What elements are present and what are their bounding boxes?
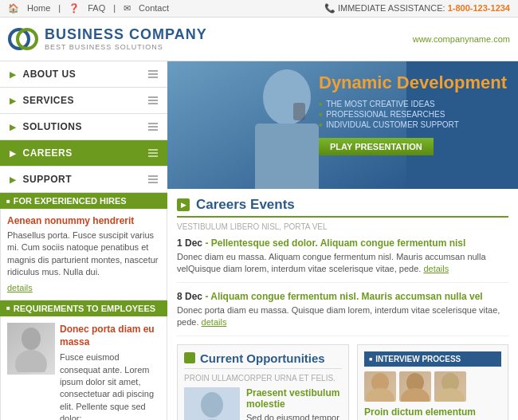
person-image [7,323,55,375]
phone-number: 1-800-123-1234 [448,3,510,13]
interview-face-3 [434,371,466,402]
logo-icon [8,24,38,54]
nav-arrow-services: ▶ [10,96,17,105]
phone-icon: 📞 [324,3,336,13]
content-area: ▶ Careers Events VESTIBULUM LIBERO NISL,… [167,189,518,420]
person-name: Donec porta diam eu massa [60,323,160,350]
svg-point-14 [366,388,394,402]
nav-support[interactable]: ▶ SUPPORT [0,167,167,193]
opp-item-title: Praesent vestibulum molestie [246,387,342,410]
event-1-link[interactable]: details [423,264,449,273]
event-2-headline: Aliquam congue fermentum nisl. Mauris ac… [210,291,482,302]
hero-bullet-1: THE MOST CREATIVE IDEAS [319,99,510,109]
nav-services[interactable]: ▶ SERVICES [0,88,167,114]
sidebar-box1-header: FOR EXPERIENCED HIRES [0,193,167,209]
hero-text: Dynamic Development THE MOST CREATIVE ID… [319,73,510,155]
header-website: www.companyname.com [413,34,510,44]
opp-header: Current Opportunities [184,351,342,369]
nav-lines-careers [148,149,158,157]
person-svg [10,324,53,372]
svg-point-16 [401,388,430,402]
careers-section-title: Careers Events [196,197,295,213]
hero-bullets: THE MOST CREATIVE IDEAS PROFESSIONAL RES… [319,99,510,130]
website-url: www.companyname.com [413,34,510,44]
opportunities-column: Current Opportunities PROIN ULLAMCORPER … [177,344,349,420]
sidebar-experienced-hires: FOR EXPERIENCED HIRES Aenean nonummy hen… [0,193,167,300]
interview-header: INTERVIEW PROCESS [364,351,501,367]
sidebar-box2-header: REQUIREMENTS TO EMPLOYEES [0,300,167,316]
opp-title: Current Opportunities [200,351,325,365]
nav-lines-solutions [148,123,158,131]
nav-solutions[interactable]: ▶ SOLUTIONS [0,114,167,140]
person-placeholder [7,323,55,375]
svg-point-18 [436,388,465,402]
main-wrapper: ▶ ABOUT US ▶ SERVICES ▶ SOLUTIONS ▶ CARE… [0,61,518,420]
page-wrapper: 🏠 Home | ❓ FAQ | ✉ Contact 📞 IMMEDIATE A… [0,0,518,420]
event-2-title: 8 Dec - Aliquam congue fermentum nisl. M… [177,291,508,302]
interview-box: INTERVIEW PROCESS [357,344,508,420]
interview-title: Proin dictum elementum [364,406,501,418]
svg-rect-8 [255,124,319,189]
nav-arrow-about: ▶ [10,70,17,79]
nav-about-us[interactable]: ▶ ABOUT US [0,61,167,88]
person-block: Donec porta diam eu massa Fusce euismod … [7,323,160,420]
sidebar-box1-link[interactable]: details [7,283,33,292]
opportunities-box: Current Opportunities PROIN ULLAMCORPER … [177,344,349,420]
nav-lines-support [148,175,158,183]
hero-background [167,61,343,189]
person-body: Fusce euismod consequat ante. Lorem ipsu… [60,351,160,420]
interview-text: Proin dictum elementum Mauris accumsan n… [364,406,501,420]
faq-icon: ❓ [69,3,80,14]
sidebar-box1-body: Phasellus porta. Fusce suscipit varius m… [7,230,160,279]
face-3-svg [434,371,466,402]
header: BUSINESS COMPANY BEST BUSINESS SOLUTIONS… [0,18,518,61]
opp-inner: Praesent vestibulum molestie Sed do eius… [184,387,342,420]
svg-rect-9 [293,103,305,120]
sidebar-box1-title: Aenean nonummy hendrerit [7,215,160,226]
svg-point-2 [22,328,41,350]
nav-arrow-careers: ▶ [10,149,17,158]
interview-face-1 [364,371,396,402]
opp-item-body: Sed do eiusmod tempor incididunt ut labo… [246,412,342,420]
event-1-headline: Pellentesque sed dolor. Aliquam congue f… [211,237,466,249]
nav-contact[interactable]: Contact [139,3,169,14]
hero-title: Dynamic Development [319,73,510,92]
logo-text: BUSINESS COMPANY BEST BUSINESS SOLUTIONS [45,26,207,52]
hero-section: Dynamic Development THE MOST CREATIVE ID… [167,61,518,189]
home-icon: 🏠 [8,3,19,14]
event-1-title: 1 Dec - Pellentesque sed dolor. Aliquam … [177,237,508,249]
nav-lines-services [148,96,158,104]
opp-image [184,387,240,420]
nav-arrow-solutions: ▶ [10,123,17,131]
interview-faces [364,371,501,402]
nav-faq[interactable]: FAQ [88,3,105,14]
hero-play-button[interactable]: PLAY PRESENTATION [319,138,434,155]
opp-img-svg [184,387,240,420]
opp-text: Praesent vestibulum molestie Sed do eius… [246,387,342,420]
sidebar-requirements: REQUIREMENTS TO EMPLOYEES [0,300,167,420]
left-nav: ▶ ABOUT US ▶ SERVICES ▶ SOLUTIONS ▶ CARE… [0,61,167,420]
right-content: Dynamic Development THE MOST CREATIVE ID… [167,61,518,420]
event-1: 1 Dec - Pellentesque sed dolor. Aliquam … [177,237,508,283]
sidebar-box2-content: Donec porta diam eu massa Fusce euismod … [0,316,167,420]
careers-subtitle: VESTIBULUM LIBERO NISL, PORTA VEL [177,222,508,231]
event-2-link[interactable]: details [202,317,227,327]
event-1-date: 1 Dec [177,237,202,249]
careers-section-icon: ▶ [177,198,190,211]
nav-home[interactable]: Home [27,3,50,14]
nav-menu: ▶ ABOUT US ▶ SERVICES ▶ SOLUTIONS ▶ CARE… [0,61,167,193]
company-name: BUSINESS COMPANY [45,26,207,44]
two-column-area: Current Opportunities PROIN ULLAMCORPER … [177,344,508,420]
face-2-svg [399,371,431,402]
top-bar-nav: 🏠 Home | ❓ FAQ | ✉ Contact [8,3,169,14]
opp-subtitle: PROIN ULLAMCORPER URNA ET FELIS. [184,374,342,383]
svg-point-11 [201,392,223,418]
hero-bullet-3: INDIVIDUAL CUSTOMER SUPPORT [319,120,510,130]
nav-arrow-support: ▶ [10,175,17,184]
nav-careers[interactable]: ▶ CAREERS [0,140,167,167]
top-bar-assistance: 📞 IMMEDIATE ASSISTANCE: 1-800-123-1234 [324,3,510,14]
person-text: Donec porta diam eu massa Fusce euismod … [60,323,160,420]
event-1-body: Donec diam eu massa. Aliquam congue ferm… [177,251,508,276]
logo-area: BUSINESS COMPANY BEST BUSINESS SOLUTIONS [8,24,207,54]
event-2: 8 Dec - Aliquam congue fermentum nisl. M… [177,291,508,336]
